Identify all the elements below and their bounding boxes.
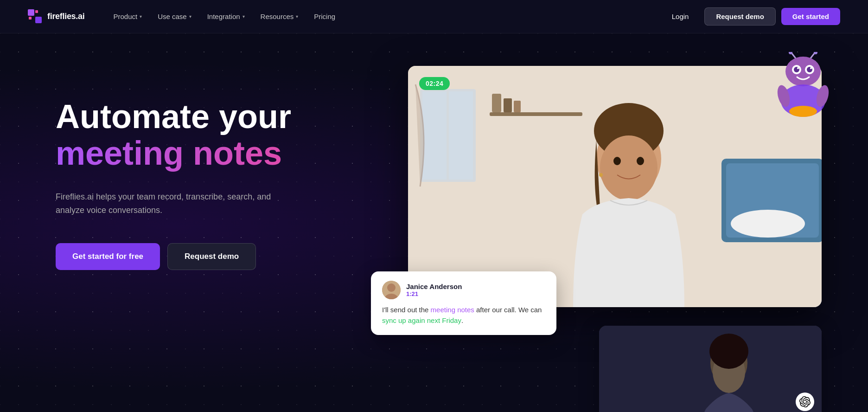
chat-text-middle: after our call. We can xyxy=(474,306,542,314)
svg-point-14 xyxy=(810,67,812,69)
nav-item-pricing[interactable]: Pricing xyxy=(307,9,342,24)
svg-rect-21 xyxy=(422,91,447,180)
svg-rect-1 xyxy=(35,10,38,13)
chat-highlight-meeting-notes: meeting notes xyxy=(431,306,474,314)
avatar xyxy=(382,281,401,299)
nav-item-product[interactable]: Product ▾ xyxy=(107,9,148,24)
chevron-down-icon: ▾ xyxy=(189,14,191,19)
svg-rect-26 xyxy=(514,101,521,112)
svg-point-35 xyxy=(599,173,603,177)
second-card xyxy=(599,326,822,412)
nav-right: Login Request demo Get started xyxy=(662,7,840,26)
video-card: 02:24 xyxy=(408,66,822,307)
svg-point-11 xyxy=(797,67,799,69)
svg-point-29 xyxy=(731,210,805,238)
nav-label-usecase: Use case xyxy=(158,13,187,20)
openai-icon xyxy=(796,393,814,411)
nav-links: Product ▾ Use case ▾ Integration ▾ Resou… xyxy=(107,9,661,24)
nav-label-resources: Resources xyxy=(261,13,294,20)
svg-rect-22 xyxy=(449,91,473,180)
request-demo-button[interactable]: Request demo xyxy=(704,7,775,26)
chat-highlight-sync: sync up again next Friday xyxy=(382,316,461,324)
login-button[interactable]: Login xyxy=(662,8,699,25)
chat-header: Janice Anderson 1:21 xyxy=(382,281,545,299)
fireflies-logo-icon xyxy=(28,9,43,24)
svg-rect-25 xyxy=(504,98,512,112)
svg-line-6 xyxy=(810,53,815,59)
get-started-free-button[interactable]: Get started for free xyxy=(56,243,160,270)
chevron-down-icon: ▾ xyxy=(140,14,142,19)
chat-identity: Janice Anderson 1:21 xyxy=(406,283,462,297)
logo-text: fireflies.ai xyxy=(47,12,84,21)
nav-label-integration: Integration xyxy=(207,13,240,20)
svg-point-16 xyxy=(789,106,817,117)
second-card-svg xyxy=(599,326,822,412)
second-card-background xyxy=(599,326,822,412)
svg-point-8 xyxy=(785,57,821,86)
hero-subtitle: Fireflies.ai helps your team record, tra… xyxy=(56,190,297,217)
hero-section: Automate your meeting notes Fireflies.ai… xyxy=(0,33,868,412)
svg-line-4 xyxy=(791,53,796,59)
svg-point-34 xyxy=(637,157,644,165)
nav-item-usecase[interactable]: Use case ▾ xyxy=(151,9,198,24)
robot-mascot xyxy=(775,52,831,117)
svg-point-42 xyxy=(709,334,748,369)
nav-label-product: Product xyxy=(113,13,137,20)
chat-text-before: I'll send out the xyxy=(382,306,431,314)
hero-buttons: Get started for free Request demo xyxy=(56,243,343,270)
chat-timestamp: 1:21 xyxy=(406,290,462,297)
chat-bubble: Janice Anderson 1:21 I'll send out the m… xyxy=(371,271,556,335)
robot-svg xyxy=(775,52,831,117)
timer-badge: 02:24 xyxy=(419,77,450,90)
navbar: fireflies.ai Product ▾ Use case ▾ Integr… xyxy=(0,0,868,33)
openai-logo-svg xyxy=(799,396,811,407)
chat-user-name: Janice Anderson xyxy=(406,283,462,290)
nav-label-pricing: Pricing xyxy=(314,13,335,20)
get-started-nav-button[interactable]: Get started xyxy=(781,8,840,25)
nav-item-resources[interactable]: Resources ▾ xyxy=(254,9,305,24)
chat-text-after: . xyxy=(461,316,463,324)
svg-point-32 xyxy=(600,135,657,200)
room-background-svg xyxy=(408,66,822,307)
svg-rect-0 xyxy=(28,9,34,16)
svg-rect-39 xyxy=(599,326,822,412)
video-background xyxy=(408,66,822,307)
hero-title: Automate your meeting notes xyxy=(56,98,343,172)
chat-message: I'll send out the meeting notes after ou… xyxy=(382,305,545,326)
svg-point-33 xyxy=(613,157,621,165)
svg-rect-23 xyxy=(490,112,582,116)
chevron-down-icon: ▾ xyxy=(243,14,245,19)
hero-title-line2: meeting notes xyxy=(56,135,343,172)
request-demo-hero-button[interactable]: Request demo xyxy=(167,243,256,270)
avatar-svg xyxy=(382,281,401,299)
svg-rect-24 xyxy=(492,94,501,112)
nav-item-integration[interactable]: Integration ▾ xyxy=(201,9,251,24)
svg-point-37 xyxy=(387,283,396,292)
chevron-down-icon: ▾ xyxy=(296,14,298,19)
hero-left: Automate your meeting notes Fireflies.ai… xyxy=(56,71,343,270)
hero-right: 02:24 xyxy=(371,66,822,412)
svg-rect-2 xyxy=(29,17,32,19)
svg-rect-3 xyxy=(35,17,42,23)
logo[interactable]: fireflies.ai xyxy=(28,9,84,24)
hero-title-line1: Automate your xyxy=(56,98,291,135)
